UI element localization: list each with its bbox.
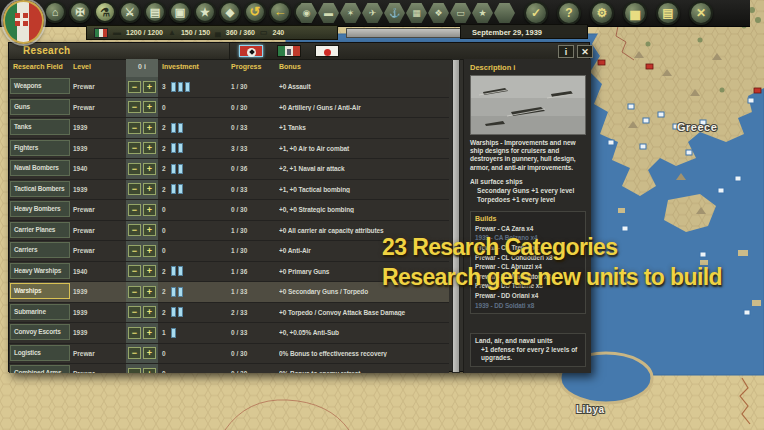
decrease-investment-button[interactable]: − <box>128 81 141 93</box>
research-field-cell[interactable]: Carrier Planes <box>10 222 70 238</box>
decrease-investment-button[interactable]: − <box>128 327 141 339</box>
info-button[interactable]: i <box>558 45 574 58</box>
decrease-investment-button[interactable]: − <box>128 265 141 277</box>
previous-unit-icon[interactable]: ← <box>269 1 291 23</box>
warship-icon[interactable]: ⚓ <box>384 3 405 23</box>
increase-investment-button[interactable]: + <box>143 224 156 236</box>
research-field-cell[interactable]: Naval Bombers <box>10 160 70 176</box>
fighter-icon[interactable]: ✈ <box>362 3 383 23</box>
research-row-submarine[interactable]: Submarine1939−+22 / 33+0 Torpedo / Convo… <box>9 303 449 324</box>
infantry-icon: ▬ <box>113 29 121 37</box>
research-field-cell[interactable]: Weapons <box>10 78 70 94</box>
elite-icon[interactable]: ★ <box>472 3 493 23</box>
diplomacy-icon[interactable]: ✠ <box>69 1 91 23</box>
decrease-investment-button[interactable]: − <box>128 142 141 154</box>
increase-investment-button[interactable]: + <box>143 163 156 175</box>
date-display: September 29, 1939 <box>460 24 588 39</box>
unit-group-icon[interactable]: ❖ <box>428 3 449 23</box>
research-field-cell[interactable]: Logistics <box>10 345 70 361</box>
flag-germany[interactable] <box>239 45 263 57</box>
research-window: Research i ✕ Research Field Level 0 i In… <box>8 42 590 372</box>
research-field-cell[interactable]: Heavy Warships <box>10 263 70 279</box>
research-row-tactical-bombers[interactable]: Tactical Bombers1939−+20 / 33+1, +0 Tact… <box>9 180 449 201</box>
military-icon[interactable]: ⚔ <box>119 1 141 23</box>
research-field-cell[interactable]: Tactical Bombers <box>10 181 70 197</box>
progress-value: 1 / 36 <box>231 268 247 275</box>
research-row-naval-bombers[interactable]: Naval Bombers1940−+20 / 36+2, +1 Naval a… <box>9 159 449 180</box>
air-roundel-icon[interactable]: ◉ <box>296 3 317 23</box>
research-field-cell[interactable]: Heavy Bombers <box>10 201 70 217</box>
artillery-icon[interactable]: ✶ <box>340 3 361 23</box>
flag-italy[interactable] <box>277 45 301 57</box>
increase-investment-button[interactable]: + <box>143 142 156 154</box>
increase-investment-button[interactable]: + <box>143 347 156 359</box>
increase-investment-button[interactable]: + <box>143 122 156 134</box>
decrease-investment-button[interactable]: − <box>128 368 141 374</box>
research-row-heavy-bombers[interactable]: Heavy BombersPrewar−+00 / 30+0, +0 Strat… <box>9 200 449 221</box>
research-field-cell[interactable]: Guns <box>10 99 70 115</box>
undo-icon[interactable]: ↺ <box>244 1 266 23</box>
increase-investment-button[interactable]: + <box>143 183 156 195</box>
decrease-investment-button[interactable]: − <box>128 347 141 359</box>
increase-investment-button[interactable]: + <box>143 368 156 374</box>
settings-icon[interactable]: ⚙ <box>590 1 614 25</box>
increase-investment-button[interactable]: + <box>143 306 156 318</box>
research-row-tanks[interactable]: Tanks1939−+20 / 33+1 Tanks <box>9 118 449 139</box>
table-scrollbar[interactable] <box>452 59 460 373</box>
increase-investment-button[interactable]: + <box>143 204 156 216</box>
decrease-investment-button[interactable]: − <box>128 224 141 236</box>
industry-icon[interactable]: ⌂ <box>44 1 66 23</box>
flag-japan[interactable] <box>315 45 339 57</box>
increase-investment-button[interactable]: + <box>143 327 156 339</box>
decrease-investment-button[interactable]: − <box>128 306 141 318</box>
research-row-guns[interactable]: GunsPrewar−+00 / 30+0 Artillery / Guns /… <box>9 98 449 119</box>
research-row-weapons[interactable]: WeaponsPrewar−+31 / 30+0 Assault <box>9 77 449 98</box>
statistics-icon[interactable]: ▅ <box>623 1 647 25</box>
decrease-investment-button[interactable]: − <box>128 101 141 113</box>
research-field-cell[interactable]: Combined Arms <box>10 365 70 373</box>
investment-count: 2 <box>162 268 166 275</box>
decrease-investment-button[interactable]: − <box>128 204 141 216</box>
bomber-icon[interactable]: ▬ <box>318 3 339 23</box>
research-icon[interactable]: ⚗ <box>94 1 116 23</box>
bonus-value: 0% Bonus to enemy retreat <box>279 370 447 373</box>
research-row-convoy-escorts[interactable]: Convoy Escorts1939−+10 / 33+0, +0.05% An… <box>9 323 449 344</box>
decrease-investment-button[interactable]: − <box>128 183 141 195</box>
research-field-cell[interactable]: Tanks <box>10 119 70 135</box>
help-icon[interactable]: ? <box>557 1 581 25</box>
close-button[interactable]: ✕ <box>577 45 593 58</box>
losses-icon[interactable]: ◆ <box>219 1 241 23</box>
reports-icon[interactable]: ▤ <box>144 1 166 23</box>
end-turn-icon[interactable]: ✓ <box>524 1 548 25</box>
decrease-investment-button[interactable]: − <box>128 286 141 298</box>
close-game-icon[interactable]: ✕ <box>689 1 713 25</box>
increase-investment-button[interactable]: + <box>143 245 156 257</box>
save-icon[interactable]: ▤ <box>656 1 680 25</box>
decrease-investment-button[interactable]: − <box>128 245 141 257</box>
experience-icon[interactable]: ★ <box>194 1 216 23</box>
decrease-investment-button[interactable]: − <box>128 122 141 134</box>
hex-select-icon[interactable] <box>494 3 515 23</box>
upgrade-note-line1: Land, air, and naval units <box>475 337 582 346</box>
decrease-investment-button[interactable]: − <box>128 163 141 175</box>
research-field-cell[interactable]: Submarine <box>10 304 70 320</box>
research-field-cell[interactable]: Warships <box>10 283 70 299</box>
progress-value: 1 / 30 <box>231 227 247 234</box>
research-field-cell[interactable]: Convoy Escorts <box>10 324 70 340</box>
increase-investment-button[interactable]: + <box>143 101 156 113</box>
port-icon[interactable]: ▦ <box>406 3 427 23</box>
research-row-fighters[interactable]: Fighters1939−+23 / 33+1, +0 Air to Air c… <box>9 139 449 160</box>
research-row-logistics[interactable]: LogisticsPrewar−+00 / 300% Bonus to effe… <box>9 344 449 365</box>
increase-investment-button[interactable]: + <box>143 286 156 298</box>
increase-investment-button[interactable]: + <box>143 81 156 93</box>
scrollbar-thumb[interactable] <box>453 60 459 372</box>
investment-chit <box>171 266 176 276</box>
investment-chit <box>171 328 176 338</box>
transport-icon[interactable]: ▭ <box>450 3 471 23</box>
research-row-combined-arms[interactable]: Combined ArmsPrewar−+00 / 300% Bonus to … <box>9 364 449 373</box>
research-field-cell[interactable]: Fighters <box>10 140 70 156</box>
research-field-cell[interactable]: Carriers <box>10 242 70 258</box>
increase-investment-button[interactable]: + <box>143 265 156 277</box>
units-icon[interactable]: ▣ <box>169 1 191 23</box>
bonus-value: +1, +0 Air to Air combat <box>279 145 447 152</box>
